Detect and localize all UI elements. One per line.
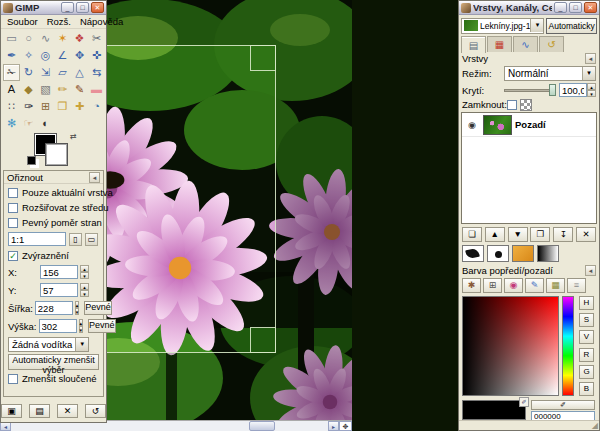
tab-cmyk-selector[interactable]: ⊞ xyxy=(483,278,502,293)
scale-tool[interactable]: ⇲ xyxy=(37,64,54,81)
hue-strip[interactable] xyxy=(562,296,574,396)
tab-wheel-selector[interactable]: ◉ xyxy=(504,278,523,293)
channel-b-button[interactable]: B xyxy=(579,382,594,396)
tab-gimp-selector[interactable]: ✱ xyxy=(462,278,481,293)
flip-tool[interactable]: ⇆ xyxy=(88,64,105,81)
pattern-stamp-tool[interactable]: ❐ xyxy=(54,98,71,115)
scroll-thumb[interactable] xyxy=(249,421,275,431)
maximize-button[interactable]: □ xyxy=(569,2,582,13)
pan-tool[interactable]: ✜ xyxy=(88,47,105,64)
guides-select[interactable]: Žádná vodítka ▾ xyxy=(8,337,89,352)
convolve-tool[interactable]: ◔ xyxy=(88,98,105,115)
canvas-navigation-button[interactable]: ✥ xyxy=(339,421,352,431)
clone-tool[interactable]: ⊞ xyxy=(37,98,54,115)
rect-select-tool[interactable]: ▭ xyxy=(3,30,20,47)
tab-layers[interactable]: ▤ xyxy=(461,36,486,53)
channel-r-button[interactable]: R xyxy=(579,348,594,362)
tab-channels[interactable]: ▦ xyxy=(487,36,512,52)
chevron-down-icon[interactable]: ▾ xyxy=(582,67,595,80)
image-select[interactable]: Lekníny.jpg-1 ▾ xyxy=(461,18,544,34)
tab-palette-selector[interactable]: ▦ xyxy=(546,278,565,293)
heal-tool[interactable]: ✚ xyxy=(71,98,88,115)
fixed-height-button[interactable]: Pevné xyxy=(88,319,116,333)
pencil-tool[interactable]: ✏ xyxy=(54,81,71,98)
current-color-swatch[interactable]: ✐ xyxy=(462,400,526,420)
eraser-tool[interactable]: ▬ xyxy=(88,81,105,98)
blur-sharpen-tool[interactable]: ✻ xyxy=(3,115,20,132)
channel-v-button[interactable]: V xyxy=(579,330,594,344)
fuzzy-select-tool[interactable]: ✶ xyxy=(54,30,71,47)
background-color-swatch[interactable] xyxy=(46,144,67,165)
crop-tool[interactable]: ✁ xyxy=(3,64,20,81)
crop-width-input[interactable] xyxy=(35,301,73,315)
crop-handle-bottom-right[interactable] xyxy=(250,327,276,353)
shear-tool[interactable]: ▱ xyxy=(54,64,71,81)
toolbox-titlebar[interactable]: GIMP _ □ ✕ xyxy=(1,1,106,15)
scroll-right-button[interactable]: ▸ xyxy=(328,421,339,431)
free-select-tool[interactable]: ∿ xyxy=(37,30,54,47)
tab-scales-selector[interactable]: ≡ xyxy=(567,278,586,293)
portrait-orientation-button[interactable]: ▯ xyxy=(69,233,82,246)
tab-undo-history[interactable]: ↺ xyxy=(539,36,564,52)
blend-tool[interactable]: ▧ xyxy=(37,81,54,98)
pattern-preview[interactable] xyxy=(512,245,534,262)
spinner[interactable]: ▴▾ xyxy=(80,283,89,297)
select-by-color-tool[interactable]: ❖ xyxy=(71,30,88,47)
color-picker-icon[interactable]: ✐ xyxy=(519,397,529,407)
saturation-value-square[interactable] xyxy=(462,296,559,396)
dock-titlebar[interactable]: Vrstvy, Kanály, Cesty... _ □ ✕ xyxy=(459,1,599,15)
scissors-select-tool[interactable]: ✂ xyxy=(88,30,105,47)
paths-tool[interactable]: ✒ xyxy=(3,47,20,64)
menu-roz[interactable]: Rozš. xyxy=(47,16,71,27)
channel-h-button[interactable]: H xyxy=(579,296,594,310)
delete-layer-button[interactable]: ✕ xyxy=(576,227,596,242)
duplicate-layer-button[interactable]: ❐ xyxy=(530,227,550,242)
checkbox[interactable] xyxy=(8,203,18,213)
spinner[interactable]: ▴▾ xyxy=(79,319,84,333)
opacity-slider[interactable] xyxy=(504,83,556,97)
swap-colors-icon[interactable]: ⇄ xyxy=(70,132,77,141)
fixed-width-button[interactable]: Pevné xyxy=(84,301,112,315)
rotate-tool[interactable]: ↻ xyxy=(20,64,37,81)
raise-layer-button[interactable]: ▲ xyxy=(485,227,505,242)
option-expand-from-center[interactable]: Rozšiřovat ze středu xyxy=(8,201,99,214)
checkbox[interactable] xyxy=(8,218,18,228)
crop-x-input[interactable] xyxy=(40,265,78,279)
chevron-down-icon[interactable]: ▾ xyxy=(530,19,543,32)
brush-dot-preview[interactable] xyxy=(487,245,509,262)
resize-grip[interactable]: ◢ xyxy=(592,421,598,430)
landscape-orientation-button[interactable]: ▭ xyxy=(85,233,98,246)
airbrush-tool[interactable]: ∷ xyxy=(3,98,20,115)
magnify-tool[interactable]: ◎ xyxy=(37,47,54,64)
channel-g-button[interactable]: G xyxy=(579,365,594,379)
crop-handle-top-right[interactable] xyxy=(250,45,276,71)
checkbox-checked[interactable]: ✓ xyxy=(8,251,18,261)
ink-tool[interactable]: ✑ xyxy=(20,98,37,115)
spinner[interactable]: ▴▾ xyxy=(80,265,89,279)
layers-menu-button[interactable]: ◂ xyxy=(585,53,596,64)
aspect-ratio-input[interactable] xyxy=(8,232,66,246)
minimize-button[interactable]: _ xyxy=(61,2,74,13)
chevron-down-icon[interactable]: ▾ xyxy=(75,338,88,351)
auto-follow-button[interactable]: Automaticky xyxy=(546,18,597,34)
option-shrink-merged[interactable]: Zmenšit sloučené xyxy=(8,372,99,385)
close-button[interactable]: ✕ xyxy=(91,2,104,13)
move-tool[interactable]: ✥ xyxy=(71,47,88,64)
slider-handle[interactable] xyxy=(549,84,556,96)
spinner[interactable]: ▴▾ xyxy=(75,301,80,315)
tab-paths[interactable]: ∿ xyxy=(513,36,538,52)
menu-soubor[interactable]: Soubor xyxy=(7,16,38,27)
tab-watercolor-selector[interactable]: ✎ xyxy=(525,278,544,293)
ellipse-select-tool[interactable]: ○ xyxy=(20,30,37,47)
default-colors-icon[interactable] xyxy=(27,156,36,165)
reset-options-button[interactable]: ↺ xyxy=(85,404,106,418)
menu-npovda[interactable]: Nápověda xyxy=(80,16,123,27)
close-button[interactable]: ✕ xyxy=(584,2,597,13)
checkbox[interactable] xyxy=(8,374,18,384)
opacity-input[interactable] xyxy=(559,83,587,97)
gradient-preview[interactable] xyxy=(537,245,559,262)
crop-height-input[interactable] xyxy=(39,319,77,333)
minimize-button[interactable]: _ xyxy=(554,2,567,13)
dodge-burn-tool[interactable]: ◐ xyxy=(37,115,54,132)
visibility-eye-icon[interactable]: ◉ xyxy=(464,120,480,130)
